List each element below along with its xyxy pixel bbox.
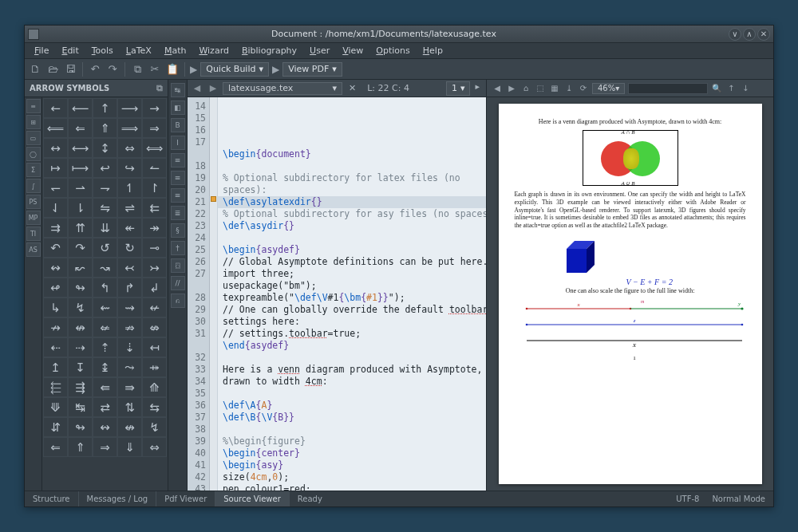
tab-prev-icon[interactable]: ◀ [191,83,203,93]
symbol-cell[interactable]: ⟺ [142,138,167,158]
menu-edit[interactable]: Edit [57,44,83,57]
cut-icon[interactable]: ✂ [148,62,162,77]
pdf-search-next-icon[interactable]: ↓ [740,83,751,94]
format-icon[interactable]: ≡ [171,153,185,167]
symbol-cell[interactable]: ⇜ [93,298,117,317]
run-icon[interactable]: ▶ [190,64,197,75]
symbol-category-button[interactable]: ▭ [26,131,41,145]
symbol-cell[interactable]: ⇐ [68,118,93,138]
symbol-cell[interactable]: ↳ [43,298,68,317]
symbol-cell[interactable]: ⟶ [117,98,142,118]
symbol-category-button[interactable]: PS [26,195,41,209]
page-selector[interactable]: 1▾ [446,81,471,96]
menu-latex[interactable]: LaTeX [121,44,156,57]
symbol-cell[interactable]: ⇎ [142,317,167,337]
symbol-cell[interactable]: ⇑ [93,118,117,138]
symbol-cell[interactable]: ↯ [142,417,167,437]
symbol-cell[interactable]: ⇋ [93,198,117,218]
symbol-cell[interactable]: ⟼ [68,158,93,178]
copy-icon[interactable]: ⧉ [130,62,144,77]
file-selector[interactable]: latexusage.tex▾ [223,82,342,95]
symbol-cell[interactable]: ⇓ [117,437,142,457]
pdf-fit-icon[interactable]: ⬚ [535,83,546,94]
symbol-cell[interactable]: ⇶ [68,377,93,397]
menu-bibliography[interactable]: Bibliography [237,44,302,57]
symbol-cell[interactable]: ↿ [117,178,142,198]
pdf-next-page-icon[interactable]: ▶ [506,83,517,94]
symbol-cell[interactable]: ↬ [68,417,93,437]
symbol-cell[interactable]: ⇀ [68,178,93,198]
symbol-category-button[interactable]: TI [26,227,41,241]
bookmark-toggle-icon[interactable]: ▸ [472,81,483,96]
symbol-cell[interactable]: ⬱ [43,377,68,397]
symbol-cell[interactable]: ⟹ [117,118,142,138]
menu-user[interactable]: User [305,44,334,57]
pdf-home-icon[interactable]: ⌂ [520,83,531,94]
symbol-category-button[interactable]: ⊞ [26,115,41,129]
symbol-cell[interactable]: ↩ [93,158,117,178]
symbol-cell[interactable]: ↭ [43,258,68,278]
symbol-cell[interactable]: ⇃ [43,198,68,218]
symbol-cell[interactable]: ⟱ [43,397,68,417]
symbol-cell[interactable]: ↮ [117,417,142,437]
symbol-cell[interactable]: ⇍ [93,317,117,337]
symbol-cell[interactable]: ⊸ [142,238,167,258]
symbol-category-button[interactable]: ≡ [26,99,41,113]
symbol-category-button[interactable]: AS [26,242,41,257]
symbol-cell[interactable]: ↬ [68,278,93,298]
symbol-cell[interactable]: ↲ [142,278,167,298]
save-icon[interactable]: 🖫 [63,62,77,77]
symbol-cell[interactable]: ↠ [142,218,167,238]
symbol-cell[interactable]: ⇔ [142,437,167,457]
symbol-category-button[interactable]: Σ [26,163,41,177]
symbol-cell[interactable]: ↽ [43,178,68,198]
open-file-icon[interactable]: 🗁 [45,62,60,77]
symbol-cell[interactable]: ⇂ [68,198,93,218]
symbol-cell[interactable]: ↤ [142,337,167,357]
symbol-cell[interactable]: ⇝ [117,298,142,317]
pdf-grid-icon[interactable]: ▦ [549,83,560,94]
symbol-cell[interactable]: ↧ [68,357,93,377]
symbol-cell[interactable]: ⇊ [93,218,117,238]
symbol-cell[interactable]: ↚ [142,298,167,317]
symbol-cell[interactable]: ↯ [68,298,93,317]
status-tab-pdf-viewer[interactable]: Pdf Viewer [156,491,215,506]
maximize-button[interactable]: ∧ [743,28,756,41]
format-icon[interactable]: ≣ [171,206,185,220]
symbol-cell[interactable]: ↶ [43,238,68,258]
pdf-search-input[interactable] [628,83,708,94]
symbol-cell[interactable]: ↫ [43,278,68,298]
symbol-cell[interactable]: ↛ [43,317,68,337]
symbol-cell[interactable]: ↝ [93,258,117,278]
symbol-cell[interactable]: ↑ [93,98,117,118]
symbol-cell[interactable]: ↮ [68,317,93,337]
symbol-cell[interactable]: ↞ [117,218,142,238]
status-tab-structure[interactable]: Structure [25,491,79,506]
sidebar-popout-icon[interactable]: ⧉ [156,83,163,93]
symbol-cell[interactable]: ⇢ [68,337,93,357]
format-icon[interactable]: ≡ [171,188,185,203]
symbol-cell[interactable]: ↕ [93,138,117,158]
status-tab-messages-log[interactable]: Messages / Log [79,491,157,506]
undo-icon[interactable]: ↶ [88,62,102,77]
format-icon[interactable]: ⎌ [171,294,185,308]
menu-file[interactable]: File [30,44,53,57]
format-icon[interactable]: ⌼ [171,258,185,273]
symbol-cell[interactable]: ⇉ [43,218,68,238]
symbol-cell[interactable]: ⟷ [68,138,93,158]
format-icon[interactable]: I [171,136,185,150]
symbol-cell[interactable]: ← [43,98,68,118]
pdf-search-icon[interactable]: 🔍 [711,83,722,94]
redo-icon[interactable]: ↷ [105,62,120,77]
symbol-cell[interactable]: ⤀ [142,357,167,377]
format-icon[interactable]: § [171,223,185,238]
symbol-cell[interactable]: ⤳ [117,357,142,377]
symbol-cell[interactable]: ⇅ [117,397,142,417]
symbol-cell[interactable]: ⇡ [93,337,117,357]
new-file-icon[interactable]: 🗋 [28,62,42,77]
symbol-cell[interactable]: ⇈ [68,218,93,238]
symbol-cell[interactable]: ⇛ [117,377,142,397]
symbol-cell[interactable]: ⇐ [43,437,68,457]
symbol-cell[interactable]: ⇁ [93,178,117,198]
pdf-prev-page-icon[interactable]: ◀ [492,83,503,94]
